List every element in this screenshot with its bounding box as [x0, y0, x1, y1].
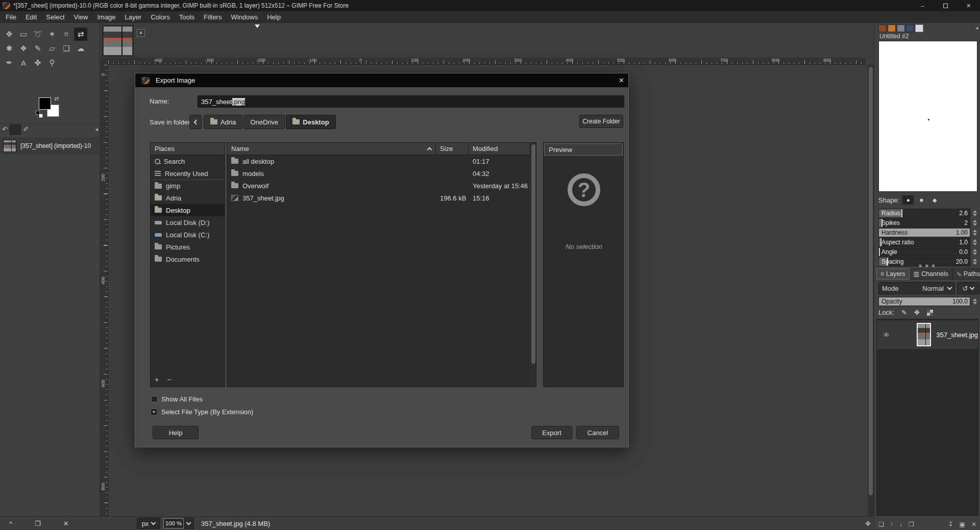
menu-item[interactable]: Image	[92, 12, 120, 22]
tool-button[interactable]: ▭	[17, 28, 30, 41]
layer-action-icon[interactable]: ↑	[890, 521, 893, 528]
collapse-dock-icon[interactable]: ◂	[975, 25, 978, 31]
scrollbar-thumb[interactable]	[531, 144, 535, 364]
brush-slider[interactable]: Hardness 1.00	[878, 228, 970, 237]
tool-button[interactable]: ✎	[31, 42, 44, 55]
remove-bookmark-button[interactable]: −	[167, 375, 171, 384]
layer-action-icon[interactable]: ❏	[878, 521, 884, 528]
lock-alpha-icon[interactable]	[927, 310, 933, 316]
shape-button[interactable]: ◆	[929, 195, 940, 205]
places-item[interactable]: gimp	[151, 180, 225, 192]
places-item[interactable]: Recently Used	[151, 167, 225, 180]
spinner[interactable]	[971, 218, 978, 228]
menu-item[interactable]: View	[69, 12, 93, 22]
tool-button[interactable]: ❖	[17, 42, 30, 55]
layer-action-icon[interactable]: ❐	[909, 521, 914, 528]
close-button[interactable]: ✕	[957, 0, 980, 11]
file-row[interactable]: 357_sheet.jpg 196.6 kB 15:16	[227, 192, 529, 204]
lock-position-icon[interactable]: ✥	[914, 309, 920, 316]
tool-button[interactable]: ➰	[31, 28, 44, 41]
raise-images-icon[interactable]: ❐	[35, 520, 41, 527]
dialog-titlebar[interactable]: Export Image ✕	[135, 73, 628, 87]
opacity-slider[interactable]: Opacity 100.0	[878, 297, 970, 306]
image-list-item[interactable]: [357_sheet] (imported)-10	[0, 137, 100, 155]
breadcrumb-folder-button[interactable]: OneDrive	[243, 115, 285, 129]
layer-action-icon[interactable]: ↧	[948, 521, 953, 528]
close-images-icon[interactable]: ✕	[63, 520, 69, 527]
menu-item[interactable]: Help	[262, 12, 285, 22]
dock-tab[interactable]: ∿ Paths	[952, 268, 980, 280]
zoom-input[interactable]: 100 %	[163, 518, 184, 528]
tool-button[interactable]: ✶	[45, 28, 59, 41]
navigation-icon[interactable]: ✥	[865, 520, 871, 527]
unit-dropdown[interactable]: px	[137, 518, 160, 529]
pointer-info-icon[interactable]: ✐	[23, 125, 29, 133]
brush-slider[interactable]: Radius 2.6	[878, 209, 970, 218]
toolbox-config-icon[interactable]: ^	[9, 520, 12, 527]
tool-button[interactable]: ⚲	[45, 56, 59, 69]
brush-slider[interactable]: Spikes 2	[878, 218, 970, 228]
tool-button[interactable]: ✒	[3, 56, 16, 69]
places-item[interactable]: Search	[151, 155, 225, 167]
spinner[interactable]	[971, 238, 978, 247]
visibility-eye-icon[interactable]	[883, 331, 889, 338]
default-colors-icon[interactable]	[36, 111, 43, 118]
tool-button[interactable]: ✤	[31, 56, 44, 69]
help-button[interactable]: Help	[153, 426, 199, 439]
foreground-color-swatch[interactable]	[39, 97, 51, 110]
shape-button[interactable]: ●	[902, 195, 914, 205]
cancel-button[interactable]: Cancel	[576, 426, 619, 439]
column-header-modified[interactable]: Modified	[469, 143, 530, 155]
places-item[interactable]: Local Disk (C:)	[151, 229, 225, 241]
color-selector[interactable]: ⇄	[36, 95, 66, 121]
places-item[interactable]: Local Disk (D:)	[151, 216, 225, 229]
dock-tab[interactable]: ▥ Channels	[910, 268, 952, 280]
tool-button[interactable]: ☁	[74, 42, 87, 55]
places-item[interactable]: Pictures	[151, 241, 225, 253]
image-tab-close-icon[interactable]: ✕	[137, 29, 145, 37]
menu-item[interactable]: Windows	[226, 12, 262, 22]
places-item[interactable]: Desktop	[151, 204, 225, 216]
undo-history-icon[interactable]: ↶	[2, 125, 8, 133]
dock-tab-icon[interactable]	[906, 24, 914, 32]
vertical-ruler[interactable]: 0200400600800	[100, 65, 108, 516]
breadcrumb-folder-button[interactable]: Adria	[204, 115, 242, 129]
menu-item[interactable]: Filters	[199, 12, 226, 22]
canvas-vertical-scrollbar[interactable]	[868, 65, 874, 516]
column-header-name[interactable]: Name	[227, 143, 436, 155]
dock-tab[interactable]: ≡ Layers	[876, 268, 910, 280]
maximize-button[interactable]	[934, 0, 957, 11]
scrollbar-thumb[interactable]	[869, 67, 873, 495]
filename-input[interactable]: 357_sheet.png	[198, 95, 624, 108]
dock-tab-icon[interactable]	[878, 24, 887, 32]
spinner[interactable]	[971, 297, 978, 306]
file-type-expander[interactable]: +	[151, 409, 157, 415]
swap-colors-icon[interactable]: ⇄	[54, 95, 59, 102]
tool-button[interactable]: ✥	[3, 28, 16, 41]
dock-tab-icon[interactable]	[897, 24, 905, 32]
export-button[interactable]: Export	[531, 426, 572, 439]
layer-row[interactable]: 357_sheet.jpg	[877, 320, 978, 349]
tool-button[interactable]: ⇄	[74, 28, 87, 41]
places-item[interactable]: Adria	[151, 192, 225, 204]
layer-action-icon[interactable]: ✕	[971, 521, 976, 528]
show-all-files-checkbox[interactable]	[151, 396, 158, 402]
tool-button[interactable]: ❏	[60, 42, 73, 55]
dock-tab-icon[interactable]	[888, 24, 896, 32]
menu-item[interactable]: Select	[41, 12, 69, 22]
layer-action-icon[interactable]: ↓	[899, 521, 902, 528]
spinner[interactable]	[971, 209, 978, 218]
image-tab-button[interactable]	[10, 124, 21, 135]
menu-item[interactable]: Layer	[120, 12, 146, 22]
tool-button[interactable]: ✱	[3, 42, 16, 55]
zoom-dropdown[interactable]	[184, 518, 194, 529]
brush-slider[interactable]: Aspect ratio 1.0	[878, 238, 970, 247]
file-list-scrollbar[interactable]	[530, 142, 536, 387]
menu-item[interactable]: Edit	[21, 12, 41, 22]
menu-item[interactable]: Tools	[175, 12, 199, 22]
tool-button[interactable]: ▱	[45, 42, 59, 55]
collapse-dock-icon[interactable]: ◂	[95, 126, 98, 133]
column-header-size[interactable]: Size	[436, 143, 469, 155]
menu-item[interactable]: Colors	[146, 12, 175, 22]
spinner[interactable]	[971, 228, 978, 237]
